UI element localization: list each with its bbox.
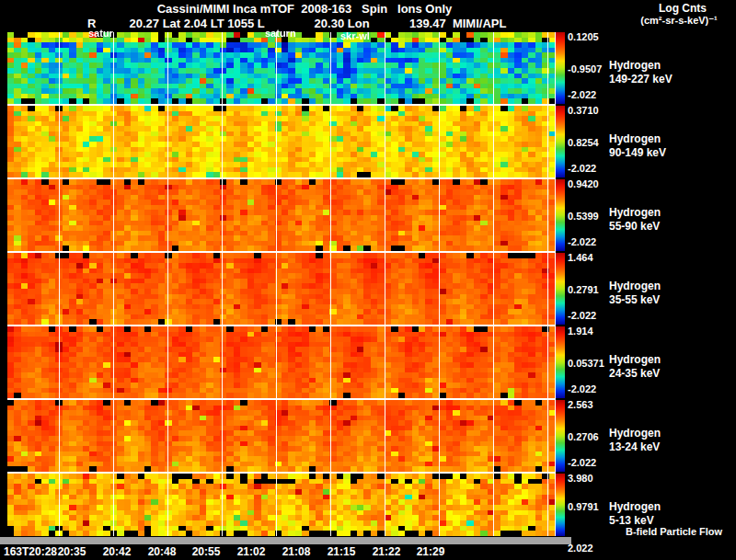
colorbar-mid-label: -0.9507	[568, 63, 602, 74]
colorbar-max-label: 3.980	[568, 473, 593, 484]
panel-colorbar	[556, 253, 565, 325]
panel-energy-label: Hydrogen 13-24 keV	[609, 427, 661, 454]
event-annotation: saturn	[265, 28, 296, 39]
colorbar-min-label: -2.022	[568, 383, 596, 394]
panel-energy-label: Hydrogen 149-227 keV	[609, 59, 673, 86]
colorbar-min-label: -2.022	[568, 457, 596, 468]
time-tick-label: 21:02	[237, 545, 266, 558]
grid-line	[493, 32, 494, 536]
spectrogram-panel	[7, 179, 556, 251]
ephemeris-line: R 20.27 Lat 2.04 LT 1055 L 20.30 Lon 139…	[87, 17, 506, 30]
colorbar-max-label: 0.9420	[568, 178, 599, 189]
plot-title: Cassini/MIMI Inca mTOF 2008-163 Spin Ion…	[0, 2, 609, 16]
colorbar-max-label: 1.914	[568, 326, 593, 337]
colorbar-mid-label: 0.2791	[568, 284, 599, 295]
time-axis-bar	[0, 537, 571, 544]
grid-line	[555, 32, 556, 536]
colorbar-max-label: 0.3710	[568, 105, 599, 116]
inca-spectrogram-screen: Cassini/MIMI Inca mTOF 2008-163 Spin Ion…	[0, 0, 736, 560]
panel-canvas	[7, 179, 556, 251]
panel-canvas	[7, 326, 556, 398]
time-tick-label: 20:42	[103, 545, 132, 558]
colorbar-min-label: -2.022	[568, 310, 596, 321]
grid-line	[113, 32, 114, 536]
panel-colorbar	[556, 106, 565, 177]
grid-line	[59, 32, 60, 536]
grid-line	[547, 32, 548, 536]
event-annotation: skr-wl	[340, 30, 370, 41]
grid-line	[439, 32, 440, 536]
panel-colorbar	[556, 179, 565, 251]
grid-line	[330, 32, 331, 536]
colorbar-units-line1: Log Cnts	[637, 2, 729, 15]
colorbar-mid-label: 0.5399	[568, 211, 599, 222]
time-tick-label: 21:15	[328, 545, 356, 558]
colorbar-max-label: 0.1205	[568, 31, 599, 42]
panel-canvas	[7, 106, 556, 177]
panel-colorbar	[556, 474, 565, 536]
panel-energy-label: Hydrogen 35-55 keV	[609, 280, 661, 307]
colorbar-units-line2: (cm²-sr-s-keV)⁻¹	[615, 15, 736, 27]
panel-canvas	[7, 253, 556, 325]
time-tick-label: 21:29	[417, 545, 445, 558]
colorbar-min-label: 2.022	[568, 543, 593, 554]
colorbar-min-label: -2.022	[568, 89, 596, 100]
colorbar-max-label: 1.464	[568, 252, 593, 263]
colorbar-mid-label: 0.05371	[568, 358, 604, 369]
colorbar-max-label: 2.563	[568, 399, 593, 410]
time-tick-label: 20:48	[148, 545, 177, 558]
panel-energy-label: Hydrogen 90-149 keV	[609, 132, 666, 160]
panel-energy-label: Hydrogen 55-90 keV	[609, 206, 661, 234]
time-tick-label: 21:22	[373, 545, 401, 558]
bfield-flow-label: B-field Particle Flow	[626, 526, 722, 537]
panel-canvas	[7, 474, 556, 536]
grid-line	[222, 32, 223, 536]
panel-colorbar	[556, 32, 565, 104]
spectrogram-panel	[7, 326, 556, 398]
panel-colorbar	[556, 326, 565, 398]
grid-line	[167, 32, 168, 536]
spectrogram-panel	[7, 400, 556, 472]
colorbar-mid-label: 0.8254	[568, 137, 599, 148]
panel-energy-label: Hydrogen 24-35 keV	[609, 353, 661, 381]
colorbar-mid-label: 0.9791	[568, 501, 599, 512]
grid-line	[276, 32, 277, 536]
time-tick-label: 20:55	[192, 545, 221, 558]
grid-line	[385, 32, 385, 536]
panel-canvas	[7, 400, 556, 472]
colorbar-min-label: -2.022	[568, 163, 596, 174]
panel-colorbar	[556, 400, 565, 472]
spectrogram-panel	[7, 32, 556, 104]
time-tick-label: 20:35	[58, 545, 86, 558]
time-tick-label: 163T20:28	[4, 545, 57, 558]
colorbar-min-label: -2.022	[568, 236, 596, 247]
event-annotation: satur	[88, 28, 113, 39]
spectrogram-panel	[7, 253, 556, 325]
panel-energy-label: Hydrogen 5-13 keV	[609, 500, 661, 528]
spectrogram-panel	[7, 474, 556, 536]
panel-canvas	[7, 32, 556, 104]
colorbar-mid-label: 0.2706	[568, 431, 599, 442]
spectrogram-panel	[7, 106, 556, 177]
time-tick-label: 21:08	[282, 545, 311, 558]
spectrogram-plot	[7, 32, 556, 536]
